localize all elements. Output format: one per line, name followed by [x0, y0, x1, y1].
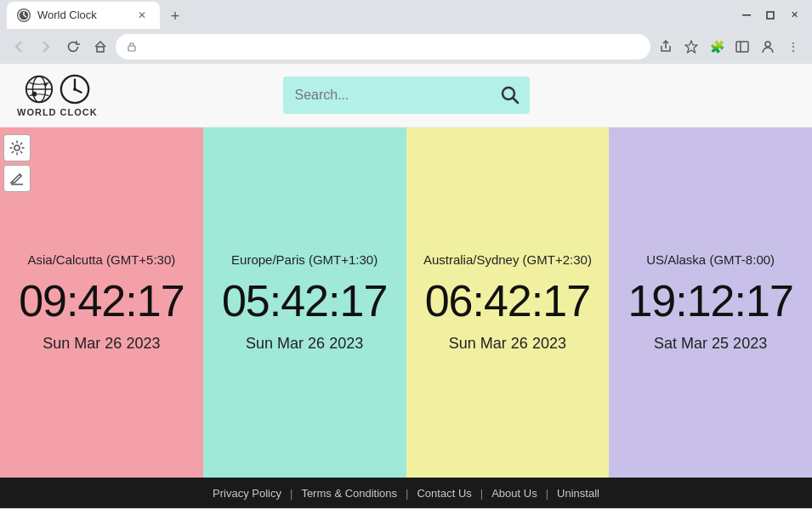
browser-actions: 🧩 ⋮: [654, 35, 805, 59]
search-area: [283, 76, 530, 114]
search-box: [283, 76, 530, 114]
new-tab-button[interactable]: +: [163, 5, 187, 29]
svg-rect-9: [736, 42, 748, 52]
footer: Privacy Policy | Terms & Conditions | Co…: [0, 478, 812, 508]
svg-point-15: [32, 92, 37, 97]
address-bar[interactable]: [116, 34, 650, 59]
restore-button[interactable]: [759, 4, 781, 26]
clock-timezone-2: Australia/Sydney (GMT+2:30): [423, 252, 592, 267]
footer-privacy-policy[interactable]: Privacy Policy: [204, 487, 290, 500]
search-input[interactable]: [283, 88, 491, 103]
clock-time-1: 05:42:17: [222, 275, 387, 326]
svg-point-11: [765, 42, 770, 47]
more-button[interactable]: ⋮: [781, 35, 805, 59]
clock-timezone-1: Europe/Paris (GMT+1:30): [231, 252, 378, 267]
sidebar-button[interactable]: [730, 35, 754, 59]
forward-button[interactable]: [34, 35, 58, 59]
bookmark-button[interactable]: [679, 35, 703, 59]
minimize-button[interactable]: [735, 4, 758, 26]
clock-date-3: Sat Mar 25 2023: [654, 335, 767, 353]
clock-time-2: 06:42:17: [425, 275, 590, 326]
search-icon: [501, 86, 520, 105]
svg-point-20: [73, 88, 77, 91]
edit-icon: [9, 171, 25, 186]
active-tab[interactable]: World Clock ✕: [7, 2, 160, 29]
side-buttons: [0, 127, 34, 199]
back-button[interactable]: [7, 35, 31, 59]
reload-button[interactable]: [61, 35, 85, 59]
logo-area: WORLD CLOCK: [17, 73, 98, 117]
clock-time-0: 09:42:17: [19, 275, 184, 326]
settings-button[interactable]: [3, 134, 31, 161]
clock-date-2: Sun Mar 26 2023: [449, 335, 566, 353]
footer-contact-us[interactable]: Contact Us: [408, 487, 480, 500]
clock-date-0: Sun Mar 26 2023: [43, 335, 160, 353]
logo-text: WORLD CLOCK: [17, 107, 98, 117]
app-header: WORLD CLOCK: [0, 64, 812, 127]
clock-us-alaska: US/Alaska (GMT-8:00) 19:12:17 Sat Mar 25…: [609, 127, 812, 478]
globe-icon: [23, 73, 55, 105]
extensions-button[interactable]: 🧩: [705, 35, 729, 59]
svg-rect-6: [128, 46, 135, 51]
lock-icon: [126, 41, 138, 53]
tab-close-button[interactable]: ✕: [134, 8, 150, 23]
svg-marker-8: [685, 41, 697, 53]
tab-title: World Clock: [37, 8, 128, 21]
clock-timezone-3: US/Alaska (GMT-8:00): [646, 252, 775, 267]
gear-icon: [9, 140, 25, 156]
svg-rect-3: [742, 14, 751, 16]
svg-rect-4: [767, 12, 774, 19]
home-button[interactable]: [88, 35, 112, 59]
close-button[interactable]: ✕: [783, 4, 805, 26]
profile-button[interactable]: [756, 35, 780, 59]
logo-icons: [23, 73, 91, 105]
nav-bar: 🧩 ⋮: [0, 30, 812, 64]
clock-australia-sydney: Australia/Sydney (GMT+2:30) 06:42:17 Sun…: [406, 127, 610, 478]
app-content: WORLD CLOCK: [0, 64, 812, 478]
footer-terms-conditions[interactable]: Terms & Conditions: [292, 487, 406, 500]
share-button[interactable]: [654, 35, 678, 59]
clock-europe-paris: Europe/Paris (GMT+1:30) 05:42:17 Sun Mar…: [203, 127, 406, 478]
svg-point-23: [14, 145, 20, 150]
clocks-container: Asia/Calcutta (GMT+5:30) 09:42:17 Sun Ma…: [0, 127, 812, 478]
address-input[interactable]: [143, 41, 640, 54]
clock-icon: [59, 73, 91, 105]
clock-time-3: 19:12:17: [627, 275, 792, 326]
svg-rect-5: [97, 47, 104, 52]
tab-favicon: [17, 8, 31, 22]
svg-line-2: [24, 15, 26, 17]
svg-point-16: [44, 82, 48, 86]
clock-timezone-0: Asia/Calcutta (GMT+5:30): [27, 252, 175, 267]
clock-date-1: Sun Mar 26 2023: [246, 335, 363, 353]
footer-about-us[interactable]: About Us: [483, 487, 545, 500]
window-controls: ✕: [735, 4, 805, 26]
title-bar: World Clock ✕ + ✕: [0, 0, 812, 30]
svg-line-22: [513, 98, 518, 103]
footer-uninstall[interactable]: Uninstall: [548, 487, 608, 500]
search-button[interactable]: [491, 76, 530, 114]
edit-button[interactable]: [3, 165, 31, 192]
